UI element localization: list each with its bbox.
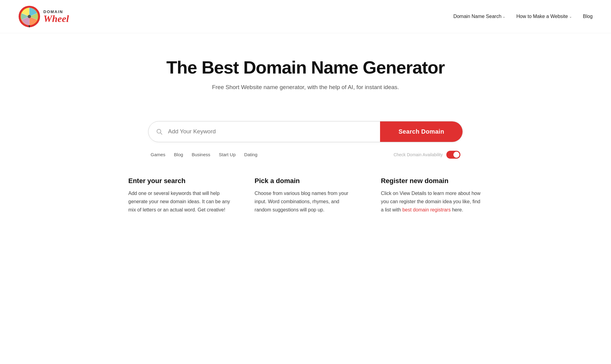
main-nav: Domain Name Search ⌄ How to Make a Websi…: [453, 14, 593, 19]
nav-how-to-make-website[interactable]: How to Make a Website ⌄: [516, 14, 572, 19]
info-register-domain-heading: Register new domain: [381, 177, 483, 185]
nav-domain-name-search[interactable]: Domain Name Search ⌄: [453, 14, 505, 19]
info-section: Enter your search Add one or several key…: [92, 159, 519, 232]
keyword-tags: Games Blog Business Start Up Dating Chec…: [148, 151, 463, 159]
tag-games[interactable]: Games: [151, 152, 165, 157]
site-header: DOMAIN Wheel Domain Name Search ⌄ How to…: [0, 0, 611, 33]
chevron-down-icon: ⌄: [569, 15, 572, 19]
logo-wheel-text: Wheel: [43, 14, 69, 23]
tag-blog[interactable]: Blog: [174, 152, 183, 157]
tag-business[interactable]: Business: [192, 152, 210, 157]
hero-section: The Best Domain Name Generator Free Shor…: [0, 33, 611, 121]
register-body-part3: here.: [451, 207, 463, 212]
search-domain-button[interactable]: Search Domain: [380, 121, 463, 142]
info-pick-domain-heading: Pick a domain: [254, 177, 356, 185]
info-pick-domain-body: Choose from various blog names from your…: [254, 189, 356, 214]
best-domain-registrars-link[interactable]: best domain registrars: [402, 207, 451, 212]
tags-list: Games Blog Business Start Up Dating: [151, 152, 258, 157]
search-input[interactable]: [168, 121, 380, 142]
info-enter-search: Enter your search Add one or several key…: [128, 177, 230, 214]
nav-blog[interactable]: Blog: [583, 14, 593, 19]
info-enter-search-body: Add one or several keywords that will he…: [128, 189, 230, 214]
info-register-domain-body: Click on View Details to learn more abou…: [381, 189, 483, 214]
svg-line-5: [160, 133, 162, 134]
info-pick-domain: Pick a domain Choose from various blog n…: [254, 177, 356, 214]
check-domain-label: Check Domain Availability: [393, 152, 443, 157]
logo[interactable]: DOMAIN Wheel: [18, 5, 69, 27]
check-domain-area: Check Domain Availability: [393, 151, 460, 159]
info-enter-search-heading: Enter your search: [128, 177, 230, 185]
hero-title: The Best Domain Name Generator: [18, 58, 593, 77]
hero-subtitle: Free Short Website name generator, with …: [18, 84, 593, 91]
search-icon: [148, 128, 168, 135]
svg-point-2: [28, 15, 31, 18]
check-domain-toggle[interactable]: [446, 151, 460, 159]
tag-startup[interactable]: Start Up: [219, 152, 236, 157]
chevron-down-icon: ⌄: [503, 15, 505, 19]
search-bar: Search Domain: [148, 121, 463, 142]
logo-wheel-icon: [18, 5, 40, 27]
search-container: Search Domain Games Blog Business Start …: [130, 121, 481, 159]
tag-dating[interactable]: Dating: [244, 152, 257, 157]
info-register-domain: Register new domain Click on View Detail…: [381, 177, 483, 214]
toggle-knob: [453, 152, 459, 158]
logo-text: DOMAIN Wheel: [43, 10, 69, 23]
